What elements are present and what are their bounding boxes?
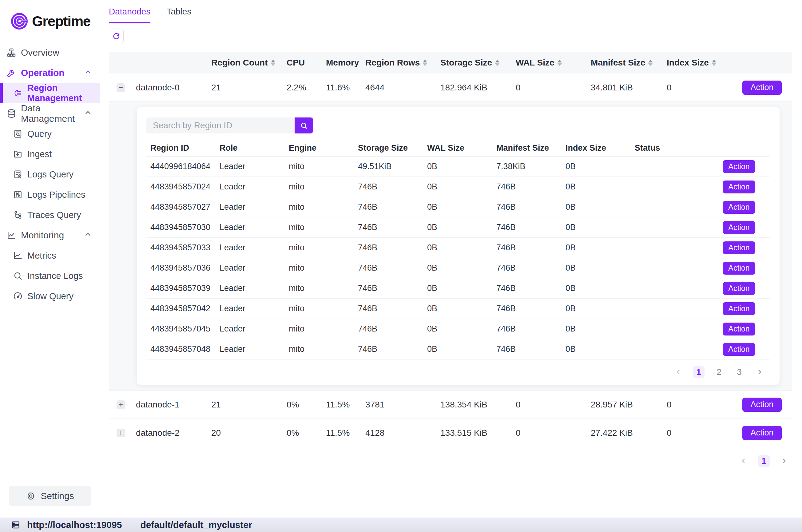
sidebar-item-traces-query[interactable]: Traces Query <box>0 205 100 225</box>
cell-engine: mito <box>284 202 354 212</box>
sidebar-item-ingest[interactable]: Ingest <box>0 144 100 164</box>
sort-icon[interactable] <box>648 60 652 66</box>
column-header-region-count[interactable]: Region Count <box>211 58 287 68</box>
column-label: Memory <box>326 58 359 68</box>
datanode-action-button[interactable]: Action <box>742 398 782 412</box>
pagination-page-1[interactable]: 1 <box>758 455 770 467</box>
sidebar-item-logs-query[interactable]: Logs Query <box>0 164 100 185</box>
region-action-button[interactable]: Action <box>723 302 755 315</box>
cell-region-rows: 3781 <box>365 400 440 410</box>
column-header-index-size[interactable]: Index Size <box>667 58 737 68</box>
cell-manifest-size: 746B <box>492 202 561 212</box>
cell-role: Leader <box>215 304 284 314</box>
cell-region-id: 4483945857030 <box>146 223 215 232</box>
datanode-action-button[interactable]: Action <box>742 80 782 95</box>
column-header-region-rows[interactable]: Region Rows <box>365 58 440 68</box>
cell-wal-size: 0B <box>423 284 492 293</box>
sidebar-item-region-management[interactable]: Region Management <box>0 83 100 103</box>
region-row: 4483945857039 Leader mito 746B 0B 746B 0… <box>146 278 770 299</box>
column-label: Region Count <box>211 58 268 68</box>
expand-row-button[interactable]: + <box>117 429 125 437</box>
cell-manifest-size: 746B <box>492 304 561 314</box>
regions-panel: Region ID Role Engine Storage Size WAL S… <box>137 107 780 385</box>
region-action-button[interactable]: Action <box>723 180 755 193</box>
cell-wal-size: 0B <box>423 304 492 314</box>
sidebar-item-label: Logs Pipelines <box>27 190 85 200</box>
table-row-datanode-2: + datanode-2 20 0% 11.5% 4128 133.515 Ki… <box>109 419 792 447</box>
cell-region-count: 21 <box>211 83 287 93</box>
column-header-manifest-size[interactable]: Manifest Size <box>591 58 667 68</box>
cell-wal-size: 0B <box>423 223 492 232</box>
sidebar-item-slow-query[interactable]: Slow Query <box>0 286 100 306</box>
sidebar-item-data-management[interactable]: Data Management <box>0 103 100 124</box>
region-action-button[interactable]: Action <box>723 343 755 356</box>
sort-icon[interactable] <box>495 60 499 66</box>
column-header-index-size: Index Size <box>561 143 630 153</box>
sidebar-item-monitoring[interactable]: Monitoring <box>0 225 100 245</box>
cell-index-size: 0B <box>561 344 630 354</box>
server-icon <box>11 520 20 530</box>
pagination-prev-icon[interactable] <box>672 366 684 378</box>
sidebar-item-operation[interactable]: Operation <box>0 63 100 83</box>
chevron-up-icon[interactable] <box>84 108 92 119</box>
sidebar-item-instance-logs[interactable]: Instance Logs <box>0 266 100 286</box>
cell-wal-size: 0B <box>423 263 492 273</box>
pagination-page-3[interactable]: 3 <box>733 366 745 378</box>
pagination-page-1[interactable]: 1 <box>693 366 705 378</box>
pagination-page-2[interactable]: 2 <box>713 366 725 378</box>
cell-region-id: 4483945857024 <box>146 182 215 192</box>
region-action-button[interactable]: Action <box>723 323 755 336</box>
cell-role: Leader <box>215 324 284 334</box>
region-row: 4483945857048 Leader mito 746B 0B 746B 0… <box>146 339 770 360</box>
sort-icon[interactable] <box>712 60 716 66</box>
settings-button[interactable]: Settings <box>8 486 91 506</box>
server-url[interactable]: http://localhost:19095 <box>27 520 122 530</box>
region-action-button[interactable]: Action <box>723 282 755 295</box>
cell-engine: mito <box>284 284 354 293</box>
datanode-action-button[interactable]: Action <box>742 426 782 440</box>
chevron-up-icon[interactable] <box>84 230 92 241</box>
datanodes-table-header: Region Count CPU Memory Region Rows St <box>109 52 792 74</box>
sort-icon[interactable] <box>557 60 562 66</box>
sidebar-item-query[interactable]: Query <box>0 124 100 144</box>
sidebar-item-overview[interactable]: Overview <box>0 42 100 63</box>
cluster-name[interactable]: default/default_mycluster <box>140 520 252 530</box>
cell-engine: mito <box>284 344 354 354</box>
cell-manifest-size: 27.422 KiB <box>591 428 667 438</box>
brand-logo: Greptime <box>0 0 100 35</box>
column-header-storage-size[interactable]: Storage Size <box>440 58 516 68</box>
gauge-icon <box>13 291 23 301</box>
pagination-next-icon[interactable] <box>754 366 765 378</box>
cell-index-size: 0 <box>667 83 737 93</box>
table-row-datanode-1: + datanode-1 21 0% 11.5% 3781 138.354 Ki… <box>109 391 792 419</box>
sort-icon[interactable] <box>423 60 427 66</box>
chevron-up-icon[interactable] <box>84 68 92 78</box>
sidebar-item-label: Operation <box>21 68 64 78</box>
region-action-button[interactable]: Action <box>723 160 755 173</box>
datanode-name: datanode-1 <box>133 400 211 410</box>
cell-storage-size: 746B <box>354 182 423 192</box>
refresh-button[interactable] <box>109 28 123 43</box>
sort-icon[interactable] <box>271 60 275 66</box>
tab-tables[interactable]: Tables <box>166 0 191 23</box>
region-action-button[interactable]: Action <box>723 221 755 234</box>
region-search-input[interactable] <box>146 117 294 133</box>
column-header-wal-size[interactable]: WAL Size <box>516 58 591 68</box>
region-action-button[interactable]: Action <box>723 201 755 214</box>
expand-row-button[interactable]: + <box>117 400 125 409</box>
column-label: CPU <box>287 58 305 68</box>
sidebar-item-label: Overview <box>21 48 59 58</box>
sidebar-item-logs-pipelines[interactable]: Logs Pipelines <box>0 185 100 205</box>
region-action-button[interactable]: Action <box>723 241 755 254</box>
pagination-prev-icon[interactable] <box>738 455 749 467</box>
region-action-button[interactable]: Action <box>723 262 755 274</box>
collapse-row-button[interactable]: − <box>117 83 125 92</box>
cell-index-size: 0B <box>561 162 630 171</box>
region-search-button[interactable] <box>294 117 313 133</box>
cell-index-size: 0B <box>561 304 630 314</box>
sidebar-item-metrics[interactable]: Metrics <box>0 245 100 266</box>
tab-datanodes[interactable]: Datanodes <box>109 0 150 23</box>
pagination-next-icon[interactable] <box>778 455 790 467</box>
app-root: Greptime Overview Operation <box>0 0 802 532</box>
wrench-icon <box>6 68 16 78</box>
